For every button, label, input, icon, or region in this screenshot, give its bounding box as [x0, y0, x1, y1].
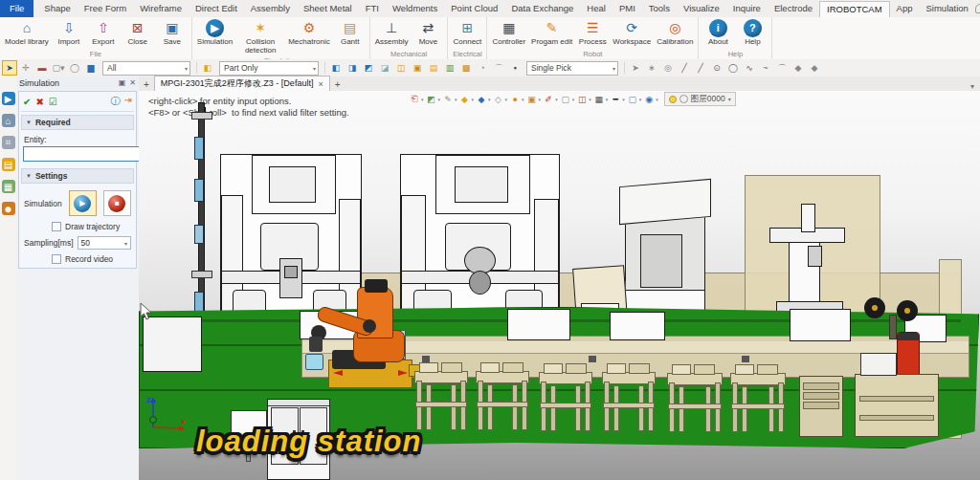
chart-icon[interactable]: ▆: [83, 60, 99, 76]
ribbon-button-connect[interactable]: ⊞Connect: [450, 18, 484, 48]
shade-mode-icon[interactable]: ◆▾: [459, 94, 475, 105]
remove-icon[interactable]: ▬: [34, 60, 50, 76]
ribbon-button-collision-detection[interactable]: ✶Collision detection: [235, 18, 285, 55]
view-orient-icon[interactable]: ◇▾: [493, 94, 508, 105]
menu-tab-wireframe[interactable]: Wireframe: [133, 1, 189, 17]
filter-all-combo[interactable]: All▾: [102, 61, 190, 76]
ribbon-button-calibration[interactable]: ◎Calibration: [654, 18, 696, 48]
stop-pick-icon[interactable]: ▪: [507, 60, 523, 76]
dock-simulation-icon[interactable]: ▶: [2, 92, 15, 105]
paint-part-icon[interactable]: ◧: [200, 60, 215, 76]
split-view-icon[interactable]: ◫▾: [576, 94, 591, 105]
menu-tab-tools[interactable]: Tools: [642, 1, 677, 17]
menu-tab-fti[interactable]: FTI: [359, 1, 386, 17]
ribbon-button-workspace[interactable]: ⟳Workspace: [610, 18, 654, 48]
ribbon-button-controller[interactable]: ▦Controller: [489, 18, 528, 48]
pick-add-icon[interactable]: ➤: [628, 60, 643, 76]
tab-close-icon[interactable]: ×: [318, 79, 323, 89]
window-select-icon[interactable]: ▢▾: [51, 60, 66, 76]
snap-arc-icon[interactable]: ⌒: [774, 60, 790, 76]
ribbon-button-simulation[interactable]: ▶Simulation: [194, 18, 235, 48]
part-only-combo[interactable]: Part Only▾: [219, 61, 319, 76]
pick-chain-icon[interactable]: ◎: [660, 60, 676, 76]
filter-folder-icon[interactable]: ▤: [426, 60, 441, 76]
ribbon-button-move[interactable]: ⇄Move: [411, 18, 445, 48]
sampling-combo[interactable]: 50▾: [78, 236, 132, 250]
filter-edge-icon[interactable]: ◩: [361, 60, 376, 76]
menu-tab-point-cloud[interactable]: Point Cloud: [444, 1, 504, 17]
menu-tab-direct-edit[interactable]: Direct Edit: [189, 1, 244, 17]
history-icon[interactable]: ◔: [475, 60, 490, 76]
snap-face2-icon[interactable]: ◆: [807, 60, 822, 76]
new-tab-button[interactable]: +: [139, 78, 154, 91]
pick-minus-icon[interactable]: ∗: [644, 60, 659, 76]
menu-tab-irobotcam[interactable]: IROBOTCAM: [819, 1, 890, 17]
lasso-icon[interactable]: ⌒: [491, 60, 506, 76]
3d-viewport[interactable]: <right-click> for entity input options.<…: [139, 91, 980, 480]
ribbon-button-close[interactable]: ⊠Close: [121, 18, 155, 48]
exit-sketch-icon[interactable]: ⎗▾: [409, 94, 424, 105]
ribbon-button-import[interactable]: ⇩Import: [52, 18, 86, 48]
ribbon-button-process[interactable]: ☰Process: [575, 18, 610, 48]
notification-bell-icon[interactable]: [975, 4, 980, 13]
filter-face-icon[interactable]: ◨: [345, 60, 360, 76]
menu-tab-simulation[interactable]: Simulation: [919, 1, 974, 17]
settings-section-header[interactable]: ▼Settings: [21, 168, 134, 184]
play-simulation-button[interactable]: ▶: [69, 190, 97, 216]
menu-tab-sheet-metal[interactable]: Sheet Metal: [297, 1, 359, 17]
snap-ellipse-icon[interactable]: ◯: [725, 60, 741, 76]
filter-shape-icon[interactable]: ◧: [328, 60, 344, 76]
snap-polyline-icon[interactable]: ∿: [742, 60, 757, 76]
section-view-icon[interactable]: ▦▾: [593, 94, 609, 105]
cancel-button[interactable]: ✖: [35, 97, 43, 107]
ribbon-button-gantt[interactable]: ▤Gantt: [333, 18, 368, 48]
menu-tab-app[interactable]: App: [890, 1, 920, 17]
filter-sketch-icon[interactable]: ▣: [410, 60, 425, 76]
view-cube-icon[interactable]: ◆▾: [476, 94, 491, 105]
line-width-icon[interactable]: ━▾: [610, 94, 625, 105]
menu-tab-visualize[interactable]: Visualize: [677, 1, 726, 17]
dock-network-icon[interactable]: ⌗: [2, 136, 15, 149]
dock-operator-icon[interactable]: ☻: [2, 202, 15, 215]
filter-csys-icon[interactable]: ▩: [458, 60, 474, 76]
required-section-header[interactable]: ▼Required: [21, 115, 134, 130]
menu-tab-heal[interactable]: Heal: [580, 1, 612, 17]
brush-icon[interactable]: ✎▾: [442, 94, 457, 105]
draw-trajectory-checkbox[interactable]: [52, 222, 61, 231]
document-tab[interactable]: MPGI-2301完成2程序修改.Z3 - [Default] ×: [154, 76, 330, 91]
ok-button[interactable]: ✔: [23, 97, 31, 107]
filter-point-icon[interactable]: ◫: [393, 60, 409, 76]
info-icon[interactable]: ⓘ: [111, 95, 121, 108]
file-menu-button[interactable]: File: [0, 0, 33, 17]
menu-tab-shape[interactable]: Shape: [37, 1, 77, 17]
record-video-checkbox[interactable]: [52, 254, 61, 264]
visibility-icon[interactable]: ◉▾: [643, 94, 658, 105]
ribbon-button-help[interactable]: ?Help: [735, 18, 769, 48]
ribbon-button-save[interactable]: ▣Save: [155, 18, 189, 48]
ribbon-button-progam-edit[interactable]: ✎Progam edit: [528, 18, 575, 48]
snap-line-icon[interactable]: ╱: [677, 60, 692, 76]
snap-line2-icon[interactable]: ╱: [693, 60, 708, 76]
stop-simulation-button[interactable]: ■: [103, 190, 131, 216]
snap-spline-icon[interactable]: ~: [758, 60, 773, 76]
snap-circle-icon[interactable]: ⊙: [709, 60, 724, 76]
ribbon-button-mechatronic[interactable]: ⚙Mechatronic: [285, 18, 333, 48]
menu-tab-inquire[interactable]: Inquire: [726, 1, 768, 17]
snap-face-icon[interactable]: ◆: [791, 60, 806, 76]
menu-tab-electrode[interactable]: Electrode: [768, 1, 819, 17]
ribbon-button-model-library[interactable]: ⌂Model library: [2, 18, 52, 48]
background-icon[interactable]: ◩▾: [426, 94, 441, 105]
dock-robot-tree-icon[interactable]: ⌂: [2, 114, 15, 127]
ribbon-button-assembly[interactable]: ⊥Assembly: [372, 18, 412, 48]
circle-select-icon[interactable]: ◯: [67, 60, 82, 76]
work-plane-icon[interactable]: ▢▾: [627, 94, 642, 105]
panel-dock-icon[interactable]: ▣: [119, 78, 126, 87]
apply-button[interactable]: ☑: [49, 97, 57, 107]
menu-tab-weldments[interactable]: Weldments: [386, 1, 444, 17]
layer-combo[interactable]: 图层0000▾: [664, 92, 736, 106]
menu-tab-data-exchange[interactable]: Data Exchange: [504, 1, 580, 17]
filter-curve-icon[interactable]: ◪: [377, 60, 392, 76]
hint-icon[interactable]: ⇥: [124, 95, 132, 108]
menu-tab-assembly[interactable]: Assembly: [244, 1, 297, 17]
ribbon-collapse-icon[interactable]: ▾: [970, 82, 980, 91]
